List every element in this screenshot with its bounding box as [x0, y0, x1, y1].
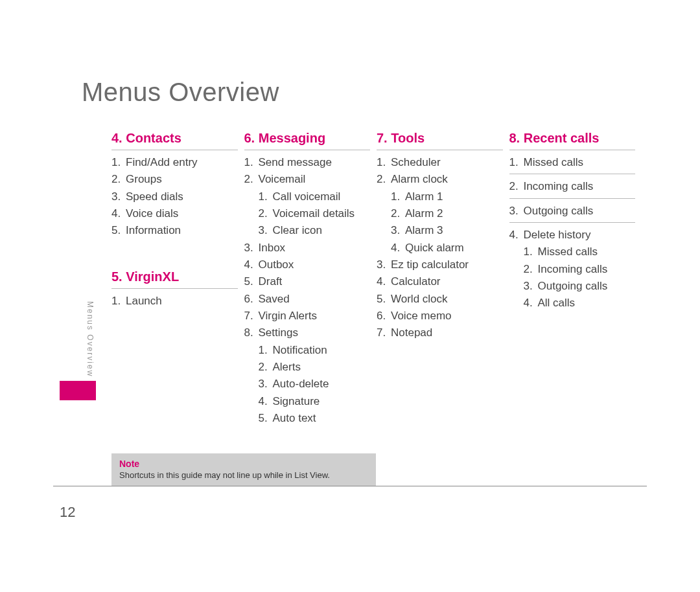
footer-rule	[53, 486, 647, 486]
divider	[509, 198, 636, 199]
item-label: Speed dials	[126, 188, 183, 205]
list-sub-item: 2.Incoming calls	[509, 261, 636, 278]
item-label: Outgoing calls	[538, 278, 608, 295]
item-label: Auto text	[273, 410, 316, 427]
item-label: Inbox	[259, 240, 286, 256]
list-item: 5.Draft	[244, 273, 371, 290]
item-label: Incoming calls	[524, 178, 594, 195]
item-label: Alarm 1	[405, 188, 443, 205]
item-label: Outbox	[259, 256, 294, 273]
divider	[509, 150, 636, 150]
list-item: 7.Notepad	[377, 324, 503, 341]
divider	[244, 150, 371, 150]
item-label: Call voicemail	[273, 188, 341, 205]
item-label: All calls	[538, 295, 576, 312]
list-item: 2.Alarm clock	[377, 171, 503, 188]
item-label: Alarm clock	[391, 171, 448, 188]
list-item: 1.Find/Add entry	[111, 154, 238, 171]
item-label: Scheduler	[391, 154, 441, 171]
list-sub-item: 4.All calls	[509, 295, 636, 312]
list-sub-item: 2.Alerts	[244, 359, 371, 376]
list-sub-item: 3.Alarm 3	[377, 222, 503, 239]
list-item: 3.Ez tip calculator	[377, 256, 503, 273]
item-label: Information	[126, 222, 181, 239]
item-label: Quick alarm	[405, 240, 464, 256]
sidebar-accent	[60, 381, 96, 400]
columns: 4. Contacts 1.Find/Add entry 2.Groups 3.…	[111, 128, 642, 427]
list-item: 4.Delete history	[509, 227, 636, 244]
section-contacts-title: 4. Contacts	[111, 131, 238, 146]
divider	[509, 174, 636, 174]
list-item: 3.Inbox	[244, 240, 371, 256]
divider	[111, 288, 238, 289]
item-label: Missed calls	[524, 154, 584, 171]
list-sub-item: 4.Signature	[244, 393, 371, 410]
item-label: Missed calls	[538, 244, 598, 260]
item-label: Voicemail	[259, 171, 306, 188]
list-item: 4.Outbox	[244, 256, 371, 273]
item-label: Signature	[273, 393, 320, 410]
list-item: 2.Groups	[111, 171, 238, 188]
list-item: 2.Voicemail	[244, 171, 371, 188]
divider	[111, 150, 238, 150]
item-label: Alarm 3	[405, 222, 443, 239]
item-label: Alerts	[273, 359, 301, 376]
note-text: Shortcuts in this guide may not line up …	[119, 470, 368, 480]
item-label: Saved	[259, 291, 290, 308]
list-sub-item: 3.Auto-delete	[244, 376, 371, 393]
page-number: 12	[60, 504, 75, 521]
item-label: World clock	[391, 291, 448, 308]
col-4: 8. Recent calls 1.Missed calls 2.Incomin…	[509, 128, 642, 427]
list-item: 7.Virgin Alerts	[244, 308, 371, 324]
list-item: 1.Launch	[111, 293, 238, 310]
item-label: Voice dials	[126, 205, 178, 222]
list-item: 3.Outgoing calls	[509, 203, 636, 220]
list-sub-item: 1.Alarm 1	[377, 188, 503, 205]
col-2: 6. Messaging 1.Send message 2.Voicemail …	[244, 128, 377, 427]
divider	[509, 222, 636, 223]
item-label: Alarm 2	[405, 205, 443, 222]
list-item: 2.Incoming calls	[509, 178, 636, 195]
list-item: 1.Send message	[244, 154, 371, 171]
list-item: 8.Settings	[244, 324, 371, 341]
note-box: Note Shortcuts in this guide may not lin…	[111, 453, 376, 486]
list-item: 6.Voice memo	[377, 308, 503, 324]
item-label: Settings	[259, 324, 298, 341]
item-label: Notification	[273, 342, 327, 359]
list-sub-item: 2.Alarm 2	[377, 205, 503, 222]
list-item: 6.Saved	[244, 291, 371, 308]
item-label: Incoming calls	[538, 261, 608, 278]
list-sub-item: 1.Notification	[244, 342, 371, 359]
list-item: 5.World clock	[377, 291, 503, 308]
note-label: Note	[119, 459, 368, 469]
section-virginxl-title: 5. VirginXL	[111, 269, 238, 284]
list-item: 1.Missed calls	[509, 154, 636, 171]
col-1: 4. Contacts 1.Find/Add entry 2.Groups 3.…	[111, 128, 244, 427]
list-sub-item: 1.Missed calls	[509, 244, 636, 260]
item-label: Voicemail details	[273, 205, 355, 222]
list-sub-item: 4.Quick alarm	[377, 240, 503, 256]
item-label: Groups	[126, 171, 162, 188]
list-item: 4.Calculator	[377, 273, 503, 290]
item-label: Calculator	[391, 273, 441, 290]
item-label: Auto-delete	[273, 376, 329, 393]
item-label: Delete history	[524, 227, 591, 244]
list-sub-item: 5.Auto text	[244, 410, 371, 427]
list-item: 4.Voice dials	[111, 205, 238, 222]
sidebar-label: Menus Overview	[86, 301, 95, 377]
page-title: Menus Overview	[82, 78, 279, 107]
item-label: Outgoing calls	[524, 203, 594, 220]
item-label: Virgin Alerts	[259, 308, 317, 324]
item-label: Find/Add entry	[126, 154, 198, 171]
item-label: Clear icon	[273, 222, 323, 239]
section-recentcalls-title: 8. Recent calls	[509, 131, 636, 146]
item-label: Ez tip calculator	[391, 256, 469, 273]
list-sub-item: 2.Voicemail details	[244, 205, 371, 222]
list-sub-item: 3.Clear icon	[244, 222, 371, 239]
divider	[377, 150, 503, 150]
list-item: 1.Scheduler	[377, 154, 503, 171]
item-label: Send message	[259, 154, 332, 171]
list-item: 5.Information	[111, 222, 238, 239]
list-sub-item: 1.Call voicemail	[244, 188, 371, 205]
item-label: Notepad	[391, 324, 432, 341]
